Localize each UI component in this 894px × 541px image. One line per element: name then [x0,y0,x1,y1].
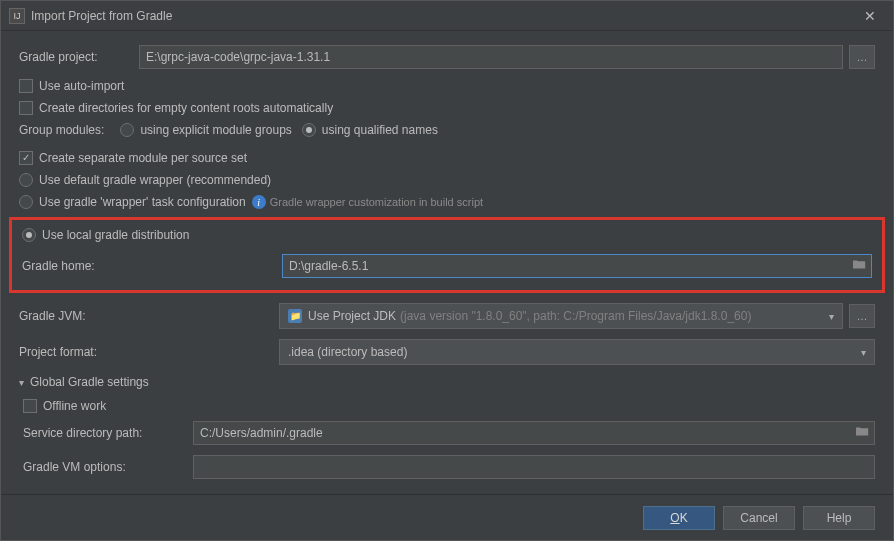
folder-icon[interactable] [856,426,869,440]
service-dir-label: Service directory path: [23,426,193,440]
service-dir-wrap [193,421,875,445]
close-icon[interactable]: ✕ [855,1,885,31]
checkbox-icon [19,101,33,115]
group-qualified-label: using qualified names [322,123,438,137]
project-format-value: .idea (directory based) [288,345,407,359]
auto-import-checkbox[interactable]: Use auto-import [19,79,875,93]
create-dirs-label: Create directories for empty content roo… [39,101,333,115]
gradle-home-input[interactable] [282,254,872,278]
project-format-dropdown[interactable]: .idea (directory based) ▾ [279,339,875,365]
dialog-content: Gradle project: … Use auto-import Create… [1,31,893,494]
gradle-project-input[interactable] [139,45,843,69]
radio-icon [22,228,36,242]
create-separate-label: Create separate module per source set [39,151,247,165]
import-gradle-dialog: IJ Import Project from Gradle ✕ Gradle p… [0,0,894,541]
group-explicit-label: using explicit module groups [140,123,291,137]
group-modules-row: Group modules: using explicit module gro… [19,123,875,137]
gradle-jvm-detail: (java version "1.8.0_60", path: C:/Progr… [400,309,751,323]
use-local-radio[interactable]: Use local gradle distribution [22,228,872,242]
checkbox-icon [23,399,37,413]
create-separate-checkbox[interactable]: Create separate module per source set [19,151,875,165]
checkbox-icon [19,151,33,165]
jvm-more-button[interactable]: … [849,304,875,328]
create-dirs-checkbox[interactable]: Create directories for empty content roo… [19,101,875,115]
project-format-row: Project format: .idea (directory based) … [19,339,875,365]
gradle-home-label: Gradle home: [22,259,282,273]
gradle-jvm-value: Use Project JDK [308,309,396,323]
info-icon: i [252,195,266,209]
service-dir-input[interactable] [193,421,875,445]
folder-icon[interactable] [853,259,866,273]
cancel-button[interactable]: Cancel [723,506,795,530]
app-icon: IJ [9,8,25,24]
titlebar: IJ Import Project from Gradle ✕ [1,1,893,31]
vm-options-label: Gradle VM options: [23,460,193,474]
button-bar: OK Cancel Help [1,494,893,540]
jdk-icon: 📁 [288,309,302,323]
offline-work-checkbox[interactable]: Offline work [23,399,875,413]
radio-icon [19,195,33,209]
dialog-title: Import Project from Gradle [31,9,855,23]
wrapper-info-text: Gradle wrapper customization in build sc… [270,196,483,208]
ok-button[interactable]: OK [643,506,715,530]
gradle-home-row: Gradle home: [22,254,872,278]
gradle-jvm-dropdown[interactable]: 📁 Use Project JDK (java version "1.8.0_6… [279,303,843,329]
gradle-project-label: Gradle project: [19,50,139,64]
project-format-label: Project format: [19,345,279,359]
global-settings-label: Global Gradle settings [30,375,149,389]
use-wrapper-task-radio[interactable]: Use gradle 'wrapper' task configuration … [19,195,875,209]
browse-project-button[interactable]: … [849,45,875,69]
use-default-wrapper-label: Use default gradle wrapper (recommended) [39,173,271,187]
auto-import-label: Use auto-import [39,79,124,93]
checkbox-icon [19,79,33,93]
radio-qualified[interactable] [302,123,316,137]
global-settings-body: Offline work Service directory path: Gra… [23,399,875,479]
gradle-jvm-label: Gradle JVM: [19,309,279,323]
vm-options-row: Gradle VM options: [23,455,875,479]
radio-explicit[interactable] [120,123,134,137]
use-default-wrapper-radio[interactable]: Use default gradle wrapper (recommended) [19,173,875,187]
global-settings-header[interactable]: ▾ Global Gradle settings [19,375,875,389]
radio-icon [19,173,33,187]
gradle-home-wrap [282,254,872,278]
chevron-down-icon: ▾ [861,347,866,358]
chevron-down-icon: ▾ [19,377,24,388]
help-button[interactable]: Help [803,506,875,530]
service-dir-row: Service directory path: [23,421,875,445]
chevron-down-icon: ▾ [829,311,834,322]
use-local-label: Use local gradle distribution [42,228,189,242]
gradle-jvm-row: Gradle JVM: 📁 Use Project JDK (java vers… [19,303,875,329]
gradle-project-row: Gradle project: … [19,45,875,69]
use-wrapper-task-label: Use gradle 'wrapper' task configuration [39,195,246,209]
vm-options-input[interactable] [193,455,875,479]
group-modules-label: Group modules: [19,123,104,137]
highlighted-section: Use local gradle distribution Gradle hom… [9,217,885,293]
offline-work-label: Offline work [43,399,106,413]
